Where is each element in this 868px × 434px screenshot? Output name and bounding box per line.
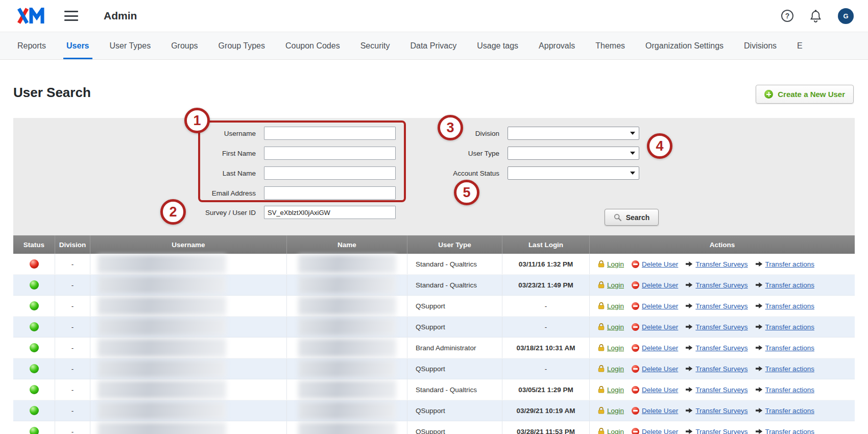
tab-e[interactable]: E — [787, 32, 813, 59]
login-link[interactable]: Login — [598, 344, 624, 352]
redacted-username — [98, 318, 226, 336]
delete-user-link[interactable]: Delete User — [632, 407, 678, 415]
help-icon[interactable]: ? — [781, 10, 793, 22]
delete-user-link[interactable]: Delete User — [632, 323, 678, 331]
redacted-name — [298, 422, 396, 434]
user-type-select[interactable] — [508, 147, 639, 160]
user-type-cell: Standard - Qualtrics — [407, 254, 502, 274]
tab-themes[interactable]: Themes — [585, 32, 635, 59]
transfer-surveys-link[interactable]: Transfer Surveys — [686, 302, 748, 310]
transfer-surveys-link[interactable]: Transfer Surveys — [686, 323, 748, 331]
tab-usage-tags[interactable]: Usage tags — [467, 32, 528, 59]
notifications-bell-icon[interactable] — [810, 10, 822, 22]
email-address-label: Email Address — [13, 189, 264, 197]
transfer-actions-link[interactable]: Transfer actions — [756, 281, 814, 289]
username-cell — [90, 358, 287, 379]
tab-group-types[interactable]: Group Types — [208, 32, 275, 59]
transfer-surveys-link[interactable]: Transfer Surveys — [686, 428, 748, 434]
status-cell — [13, 400, 55, 421]
name-cell — [287, 296, 407, 316]
name-cell — [287, 379, 407, 400]
delete-user-link[interactable]: Delete User — [632, 365, 678, 373]
transfer-actions-link[interactable]: Transfer actions — [756, 302, 814, 310]
division-select[interactable] — [508, 127, 639, 140]
login-link[interactable]: Login — [598, 302, 624, 310]
survey-user-id-input[interactable] — [264, 206, 396, 219]
status-green-icon — [30, 427, 39, 434]
account-status-select-wrap — [508, 166, 639, 180]
delete-user-link[interactable]: Delete User — [632, 344, 678, 352]
tab-users[interactable]: Users — [56, 32, 99, 59]
transfer-actions-link[interactable]: Transfer actions — [756, 365, 814, 373]
transfer-surveys-link[interactable]: Transfer Surveys — [686, 407, 748, 415]
header-actions: Actions — [590, 235, 855, 254]
create-new-user-button[interactable]: Create a New User — [756, 85, 854, 104]
status-cell — [13, 379, 55, 400]
transfer-arrow-icon — [686, 261, 693, 267]
tab-groups[interactable]: Groups — [161, 32, 208, 59]
transfer-actions-link[interactable]: Transfer actions — [756, 386, 814, 394]
header-status: Status — [13, 235, 55, 254]
padlock-icon — [598, 365, 605, 372]
user-type-label: User Type — [424, 150, 508, 157]
tab-security[interactable]: Security — [350, 32, 400, 59]
last-name-input[interactable] — [264, 166, 396, 180]
transfer-actions-link[interactable]: Transfer actions — [756, 428, 814, 434]
status-green-icon — [30, 406, 39, 415]
transfer-actions-link[interactable]: Transfer actions — [756, 260, 814, 268]
tab-divisions[interactable]: Divisions — [734, 32, 787, 59]
login-link[interactable]: Login — [598, 386, 624, 394]
user-type-cell: Brand Administrator — [407, 337, 502, 358]
email-address-input[interactable] — [264, 186, 396, 200]
avatar[interactable]: G — [838, 8, 854, 24]
status-cell — [13, 358, 55, 379]
header-username: Username — [90, 235, 287, 254]
transfer-surveys-link[interactable]: Transfer Surveys — [686, 344, 748, 352]
delete-user-link[interactable]: Delete User — [632, 428, 678, 434]
name-cell — [287, 317, 407, 337]
username-cell — [90, 317, 287, 337]
tab-reports[interactable]: Reports — [7, 32, 56, 59]
tab-coupon-codes[interactable]: Coupon Codes — [275, 32, 350, 59]
status-green-icon — [30, 364, 39, 373]
delete-user-link[interactable]: Delete User — [632, 302, 678, 310]
last-login-cell: - — [502, 358, 590, 379]
delete-user-link[interactable]: Delete User — [632, 386, 678, 394]
login-link[interactable]: Login — [598, 281, 624, 289]
transfer-arrow-icon — [686, 366, 693, 372]
username-input[interactable] — [264, 127, 396, 140]
header-user-type: User Type — [407, 235, 502, 254]
table-row: -QSupport-LoginDelete UserTransfer Surve… — [13, 358, 855, 379]
search-button[interactable]: Search — [605, 209, 659, 226]
transfer-surveys-link[interactable]: Transfer Surveys — [686, 365, 748, 373]
last-login-cell: 03/11/16 1:32 PM — [502, 254, 590, 274]
transfer-surveys-link[interactable]: Transfer Surveys — [686, 386, 748, 394]
transfer-actions-link[interactable]: Transfer actions — [756, 344, 814, 352]
user-type-cell: QSupport — [407, 317, 502, 337]
account-status-select[interactable] — [508, 166, 639, 180]
login-link[interactable]: Login — [598, 260, 624, 268]
delete-user-link[interactable]: Delete User — [632, 281, 678, 289]
transfer-arrow-icon — [686, 324, 693, 330]
tab-approvals[interactable]: Approvals — [528, 32, 585, 59]
tab-data-privacy[interactable]: Data Privacy — [400, 32, 467, 59]
user-type-cell: Standard - Qualtrics — [407, 275, 502, 295]
login-link[interactable]: Login — [598, 407, 624, 415]
login-link[interactable]: Login — [598, 428, 624, 434]
transfer-actions-link[interactable]: Transfer actions — [756, 323, 814, 331]
username-cell — [90, 275, 287, 295]
login-link[interactable]: Login — [598, 323, 624, 331]
transfer-arrow-icon — [756, 345, 763, 351]
login-link[interactable]: Login — [598, 365, 624, 373]
status-cell — [13, 254, 55, 274]
transfer-surveys-link[interactable]: Transfer Surveys — [686, 281, 748, 289]
delete-user-link[interactable]: Delete User — [632, 260, 678, 268]
transfer-surveys-link[interactable]: Transfer Surveys — [686, 260, 748, 268]
transfer-actions-link[interactable]: Transfer actions — [756, 407, 814, 415]
first-name-input[interactable] — [264, 147, 396, 160]
hamburger-menu-icon[interactable] — [64, 11, 78, 21]
transfer-arrow-icon — [756, 428, 763, 434]
last-login-cell: 03/18/21 10:31 AM — [502, 337, 590, 358]
tab-user-types[interactable]: User Types — [100, 32, 161, 59]
tab-organization-settings[interactable]: Organization Settings — [635, 32, 734, 59]
